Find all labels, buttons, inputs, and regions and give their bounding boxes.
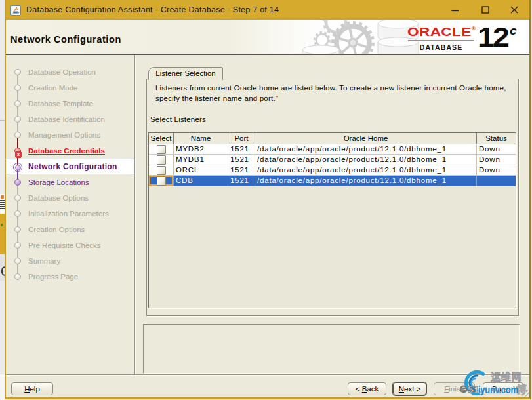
main-panel: Listener Selection Listeners from curren… bbox=[136, 55, 529, 374]
step-node-pending-icon bbox=[14, 258, 21, 264]
step-label: Management Options bbox=[28, 131, 100, 139]
help-button[interactable]: Help bbox=[11, 382, 53, 395]
step-node-current-icon bbox=[13, 163, 22, 172]
table-row-orcl[interactable]: ORCL1521/data/oracle/app/oracle/product/… bbox=[149, 165, 516, 176]
wizard-step-network-configuration[interactable]: xNetwork Configuration bbox=[6, 159, 134, 174]
name-cell: MYDB1 bbox=[174, 155, 228, 165]
close-button[interactable] bbox=[503, 0, 525, 20]
oracle-home-cell: /data/oracle/app/oracle/product/12.1.0/d… bbox=[255, 155, 477, 165]
wizard-step-pre-requisite-checks: xPre Requisite Checks bbox=[6, 237, 134, 253]
column-header-port[interactable]: Port bbox=[228, 133, 255, 144]
table-header-row: SelectNamePortOracle HomeStatus bbox=[149, 133, 516, 144]
wizard-step-progress-page: xProgress Page bbox=[6, 269, 134, 285]
name-cell: CDB bbox=[174, 176, 228, 186]
backdrop-green-dot bbox=[1, 224, 3, 226]
table-row-mydb2[interactable]: MYDB21521/data/oracle/app/oracle/product… bbox=[149, 144, 516, 155]
step-node-pending-icon bbox=[14, 100, 21, 107]
wizard-step-database-template: xDatabase Template bbox=[6, 96, 134, 111]
wizard-step-initialization-parameters: xInitialization Parameters bbox=[6, 206, 134, 222]
step-label: Initialization Parameters bbox=[28, 210, 109, 218]
button-bar: Help < Back Next > Finish Cancel bbox=[6, 376, 529, 397]
step-node-pending-icon bbox=[14, 226, 21, 233]
oracle-wordmark: ORACLE® bbox=[407, 25, 476, 39]
select-cell bbox=[149, 176, 174, 186]
backdrop-icon-lines bbox=[0, 200, 5, 209]
wizard-step-creation-options: xCreation Options bbox=[6, 222, 134, 237]
step-label: Progress Page bbox=[28, 273, 78, 281]
maximize-icon bbox=[481, 6, 489, 14]
step-label: Database Options bbox=[28, 194, 89, 202]
name-cell: ORCL bbox=[174, 165, 228, 176]
wizard-step-storage-locations[interactable]: xStorage Locations bbox=[6, 174, 134, 190]
port-cell: 1521 bbox=[228, 176, 255, 186]
java-app-icon bbox=[10, 5, 21, 16]
step-label: Creation Mode bbox=[28, 84, 77, 92]
error-badge-icon: x bbox=[15, 151, 22, 158]
port-cell: 1521 bbox=[228, 165, 255, 176]
step-node-pending-icon bbox=[14, 69, 21, 75]
step-node-pending-icon bbox=[14, 242, 21, 249]
logo-rule bbox=[408, 40, 474, 41]
step-label: Storage Locations bbox=[28, 178, 89, 186]
table-row-cdb[interactable]: CDB1521/data/oracle/app/oracle/product/1… bbox=[149, 176, 516, 186]
window-title: Database Configuration Assistant - Creat… bbox=[26, 5, 279, 14]
registered-mark: ® bbox=[472, 26, 476, 31]
dbca-window: Database Configuration Assistant - Creat… bbox=[5, 0, 531, 399]
step-node-pending-icon bbox=[14, 273, 21, 280]
step-node-pending-icon bbox=[14, 210, 21, 217]
column-header-select[interactable]: Select bbox=[149, 133, 174, 144]
empty-group-box bbox=[143, 324, 520, 374]
step-node-pending-icon bbox=[14, 195, 21, 201]
step-node-pending-icon bbox=[14, 132, 21, 138]
select-cell bbox=[149, 144, 174, 155]
table-row-mydb1[interactable]: MYDB11521/data/oracle/app/oracle/product… bbox=[149, 155, 516, 165]
wizard-step-summary: xSummary bbox=[6, 253, 134, 269]
select-cell bbox=[149, 155, 174, 165]
wizard-step-management-options: xManagement Options bbox=[6, 127, 134, 143]
status-cell: Down bbox=[477, 155, 516, 165]
status-cell: Down bbox=[477, 144, 516, 155]
listener-checkbox[interactable] bbox=[157, 166, 166, 175]
step-node-inner bbox=[15, 165, 21, 170]
step-node-visited-icon bbox=[14, 179, 21, 186]
minimize-button[interactable] bbox=[444, 0, 466, 20]
tab-listener-selection[interactable]: Listener Selection bbox=[148, 67, 223, 80]
name-cell: MYDB2 bbox=[174, 144, 228, 155]
wizard-step-database-identification: xDatabase Identification bbox=[6, 111, 134, 127]
back-button[interactable]: < Back bbox=[348, 382, 386, 395]
listener-checkbox[interactable] bbox=[157, 176, 166, 186]
port-cell: 1521 bbox=[228, 155, 255, 165]
listener-checkbox[interactable] bbox=[157, 145, 166, 154]
select-listeners-label: Select Listeners bbox=[150, 115, 206, 123]
step-label: Database Identification bbox=[28, 115, 105, 123]
version-12c: 12c bbox=[478, 20, 517, 53]
description-text: Listeners from current Oracle home are l… bbox=[155, 83, 506, 104]
step-node-pending-icon bbox=[14, 85, 21, 91]
step-label: Summary bbox=[28, 257, 60, 265]
status-cell bbox=[477, 176, 516, 186]
button-bar-separator bbox=[6, 374, 529, 375]
wizard-step-database-operation: xDatabase Operation bbox=[6, 64, 134, 80]
wizard-step-creation-mode: xCreation Mode bbox=[6, 80, 134, 96]
step-label: Database Template bbox=[28, 100, 93, 108]
wizard-step-database-credentials[interactable]: xDatabase Credentials bbox=[6, 143, 134, 159]
listeners-table: SelectNamePortOracle HomeStatus MYDB2152… bbox=[148, 132, 516, 308]
next-button[interactable]: Next > bbox=[393, 382, 426, 395]
wizard-steps-sidebar: xDatabase OperationxCreation ModexDataba… bbox=[6, 55, 135, 374]
column-header-oracle-home[interactable]: Oracle Home bbox=[255, 133, 477, 144]
step-label: Database Credentials bbox=[28, 147, 105, 155]
maximize-button[interactable] bbox=[474, 0, 497, 20]
column-header-status[interactable]: Status bbox=[477, 133, 516, 144]
finish-button[interactable]: Finish bbox=[434, 382, 475, 395]
step-node-pending-icon bbox=[14, 116, 21, 123]
wizard-step-database-options: xDatabase Options bbox=[6, 190, 134, 206]
description-line1: Listeners from current Oracle home are l… bbox=[155, 83, 506, 94]
page-title: Network Configuration bbox=[10, 34, 121, 45]
column-header-name[interactable]: Name bbox=[174, 133, 228, 144]
cancel-button[interactable]: Cancel bbox=[483, 382, 523, 395]
database-wordmark: DATABASE bbox=[408, 43, 474, 51]
listener-checkbox[interactable] bbox=[157, 155, 166, 165]
oracle-home-cell: /data/oracle/app/oracle/product/12.1.0/d… bbox=[255, 176, 477, 186]
close-icon bbox=[510, 6, 518, 14]
select-cell bbox=[149, 165, 174, 176]
